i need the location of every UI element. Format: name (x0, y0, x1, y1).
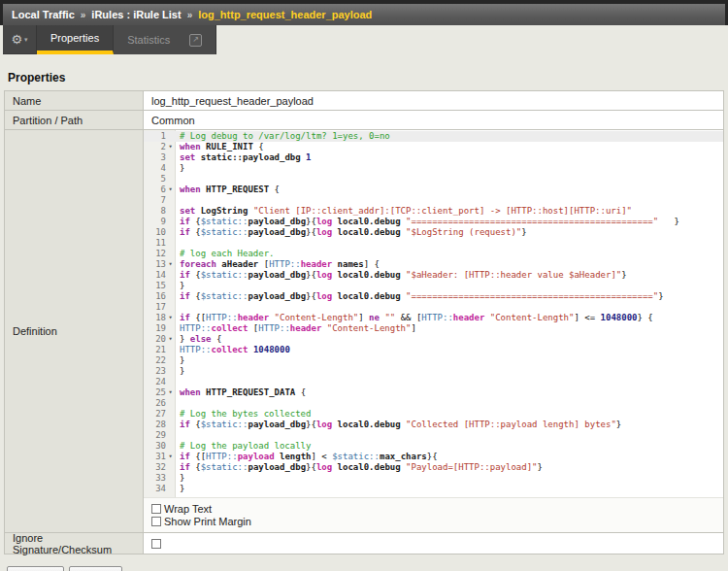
code-lines: 1# Log debug to /var/log/ltm? 1=yes, 0=n… (144, 130, 723, 494)
code-line: 4} (144, 163, 723, 174)
code-line: 5 (144, 174, 723, 185)
fold-spacer (166, 355, 175, 366)
fold-spacer (166, 206, 175, 217)
tab-block: ⚙ ▾ Properties Statistics ↗ (3, 25, 216, 54)
name-value: log_http_request_header_payload (144, 91, 723, 110)
fold-spacer (166, 462, 175, 473)
fold-arrow-icon[interactable]: ▾ (166, 142, 175, 152)
breadcrumb-separator-icon: » (81, 10, 86, 20)
definition-value: 1# Log debug to /var/log/ltm? 1=yes, 0=n… (144, 130, 723, 532)
code-line: 10if {$static::payload_dbg}{log local0.d… (144, 227, 723, 238)
code-line: 7 (144, 195, 723, 206)
fold-spacer (166, 152, 175, 163)
code-line: 18▾if {[HTTP::header "Content-Length"] n… (144, 313, 723, 323)
partition-value: Common (144, 111, 723, 129)
fold-spacer (166, 291, 175, 302)
chevron-down-icon: ▾ (24, 36, 28, 44)
code-line: 17 (144, 302, 723, 313)
fold-spacer (166, 281, 175, 291)
popup-window-icon[interactable]: ↗ (189, 34, 202, 47)
code-editor[interactable]: 1# Log debug to /var/log/ltm? 1=yes, 0=n… (144, 130, 723, 497)
code-line: 15} (144, 281, 723, 291)
section-title: Properties (8, 71, 728, 84)
properties-table: Name log_http_request_header_payload Par… (4, 90, 724, 554)
wrap-text-label: Wrap Text (164, 503, 212, 515)
fold-arrow-icon[interactable]: ▾ (166, 259, 175, 270)
wrap-text-option: Wrap Text (151, 502, 715, 515)
code-line: 16if {$static::payload_dbg}{log local0.d… (144, 291, 723, 302)
code-line: 24 (144, 377, 723, 387)
fold-arrow-icon[interactable]: ▾ (166, 452, 175, 462)
breadcrumb-current-irule: log_http_request_header_payload (198, 9, 372, 20)
code-line: 1# Log debug to /var/log/ltm? 1=yes, 0=n… (144, 131, 723, 142)
code-line: 30# Log the payload locally (144, 441, 723, 452)
tab-statistics[interactable]: Statistics ↗ (114, 25, 216, 54)
breadcrumb-segment-irule-list[interactable]: iRules : iRule List (91, 9, 181, 20)
fold-spacer (166, 163, 175, 174)
code-line: 27# Log the bytes collected (144, 409, 723, 420)
fold-spacer (166, 366, 175, 377)
partition-label: Partition / Path (5, 111, 144, 129)
tab-statistics-label: Statistics (127, 34, 170, 46)
code-line: 31▾if {[HTTP::payload length] < $static:… (144, 452, 723, 462)
table-row-name: Name log_http_request_header_payload (5, 91, 723, 110)
code-line: 20▾} else { (144, 334, 723, 345)
tab-properties[interactable]: Properties (37, 25, 114, 54)
code-line: 33} (144, 473, 723, 484)
fold-arrow-icon[interactable]: ▾ (166, 334, 175, 345)
update-button[interactable]: Update (7, 566, 64, 571)
ignore-signature-label: Ignore Signature/Checksum (5, 533, 144, 554)
code-line: 14if {$static::payload_dbg}{log local0.d… (144, 270, 723, 281)
fold-spacer (166, 249, 175, 259)
fold-spacer (166, 377, 175, 387)
code-line: 2▾when RULE_INIT { (144, 142, 723, 152)
header: Local Traffic » iRules : iRule List » lo… (0, 0, 728, 25)
code-line: 32if {$static::payload_dbg}{log local0.d… (144, 462, 723, 473)
table-row-ignore-signature: Ignore Signature/Checksum (5, 532, 723, 554)
code-line: 6▾when HTTP_REQUEST { (144, 185, 723, 195)
gear-menu-button[interactable]: ⚙ ▾ (3, 25, 37, 53)
breadcrumb-segment-local-traffic[interactable]: Local Traffic (12, 9, 75, 20)
code-line: 19HTTP::collect [HTTP::header "Content-L… (144, 323, 723, 334)
breadcrumb-separator-icon: » (187, 10, 193, 20)
breadcrumb: Local Traffic » iRules : iRule List » lo… (3, 4, 725, 25)
code-line: 3set static::payload_dbg 1 (144, 152, 723, 163)
tab-strip: ⚙ ▾ Properties Statistics ↗ (3, 25, 728, 54)
fold-spacer (166, 270, 175, 281)
fold-spacer (166, 484, 175, 494)
fold-spacer (166, 217, 175, 227)
fold-arrow-icon[interactable]: ▾ (166, 387, 175, 398)
button-bar: Update Delete (7, 566, 728, 571)
name-label: Name (5, 91, 144, 110)
show-print-margin-checkbox[interactable] (151, 517, 161, 526)
fold-spacer (166, 227, 175, 238)
code-line: 25▾when HTTP_REQUEST_DATA { (144, 387, 723, 398)
code-line: 8set LogString "Client [IP::client_addr]… (144, 206, 723, 217)
tab-properties-label: Properties (50, 32, 99, 44)
code-line: 26 (144, 398, 723, 409)
code-line: 22} (144, 355, 723, 366)
ignore-signature-checkbox[interactable] (151, 539, 161, 549)
fold-spacer (166, 441, 175, 452)
fold-spacer (166, 409, 175, 420)
code-line: 13▾foreach aHeader [HTTP::header names] … (144, 259, 723, 270)
table-row-partition: Partition / Path Common (5, 110, 723, 129)
delete-button[interactable]: Delete (69, 566, 122, 571)
fold-spacer (166, 345, 175, 355)
code-line: 23} (144, 366, 723, 377)
fold-arrow-icon[interactable]: ▾ (166, 313, 175, 323)
fold-spacer (166, 323, 175, 334)
show-print-margin-label: Show Print Margin (164, 516, 251, 527)
fold-spacer (166, 238, 175, 249)
code-line: 21HTTP::collect 1048000 (144, 345, 723, 355)
fold-spacer (166, 473, 175, 484)
ignore-signature-value (144, 533, 723, 554)
table-row-definition: Definition 1# Log debug to /var/log/ltm?… (5, 129, 723, 532)
fold-spacer (166, 195, 175, 206)
code-line: 11 (144, 238, 723, 249)
fold-arrow-icon[interactable]: ▾ (166, 185, 175, 195)
fold-spacer (166, 131, 175, 142)
definition-label: Definition (5, 130, 144, 532)
gear-icon: ⚙ (11, 32, 22, 47)
wrap-text-checkbox[interactable] (151, 504, 161, 514)
